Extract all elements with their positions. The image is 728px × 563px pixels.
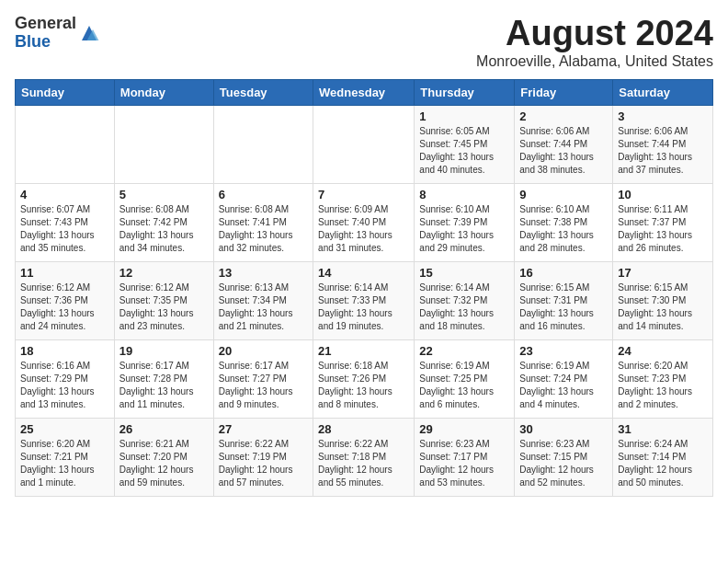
calendar-cell: 23Sunrise: 6:19 AM Sunset: 7:24 PM Dayli… xyxy=(515,339,613,418)
calendar-cell: 1Sunrise: 6:05 AM Sunset: 7:45 PM Daylig… xyxy=(415,105,515,183)
day-number: 18 xyxy=(20,344,109,358)
day-number: 16 xyxy=(519,266,608,280)
day-info: Sunrise: 6:22 AM Sunset: 7:19 PM Dayligh… xyxy=(219,438,308,489)
day-info: Sunrise: 6:11 AM Sunset: 7:37 PM Dayligh… xyxy=(618,203,708,255)
day-number: 15 xyxy=(419,266,509,280)
day-number: 17 xyxy=(618,266,708,280)
header-saturday: Saturday xyxy=(613,79,713,105)
day-info: Sunrise: 6:15 AM Sunset: 7:30 PM Dayligh… xyxy=(618,282,708,333)
day-number: 28 xyxy=(318,422,409,436)
month-year-title: August 2024 xyxy=(476,15,713,53)
calendar-cell: 24Sunrise: 6:20 AM Sunset: 7:23 PM Dayli… xyxy=(613,339,713,418)
day-number: 22 xyxy=(419,344,509,358)
header-wednesday: Wednesday xyxy=(313,79,415,105)
calendar-table: Sunday Monday Tuesday Wednesday Thursday… xyxy=(15,79,713,497)
header-sunday: Sunday xyxy=(16,79,115,105)
day-info: Sunrise: 6:08 AM Sunset: 7:42 PM Dayligh… xyxy=(119,203,209,255)
calendar-cell: 18Sunrise: 6:16 AM Sunset: 7:29 PM Dayli… xyxy=(16,339,115,418)
day-info: Sunrise: 6:20 AM Sunset: 7:21 PM Dayligh… xyxy=(20,438,109,489)
day-number: 1 xyxy=(419,109,509,123)
day-number: 2 xyxy=(519,109,608,123)
calendar-cell: 10Sunrise: 6:11 AM Sunset: 7:37 PM Dayli… xyxy=(613,183,713,261)
calendar-cell: 20Sunrise: 6:17 AM Sunset: 7:27 PM Dayli… xyxy=(213,339,313,418)
day-info: Sunrise: 6:17 AM Sunset: 7:28 PM Dayligh… xyxy=(119,360,209,411)
calendar-cell: 29Sunrise: 6:23 AM Sunset: 7:17 PM Dayli… xyxy=(415,418,515,496)
day-number: 3 xyxy=(618,109,708,123)
day-number: 14 xyxy=(318,266,409,280)
day-number: 11 xyxy=(20,266,109,280)
week-row-4: 18Sunrise: 6:16 AM Sunset: 7:29 PM Dayli… xyxy=(16,339,713,418)
day-info: Sunrise: 6:22 AM Sunset: 7:18 PM Dayligh… xyxy=(318,438,409,489)
week-row-5: 25Sunrise: 6:20 AM Sunset: 7:21 PM Dayli… xyxy=(16,418,713,496)
logo-line2: Blue xyxy=(15,33,76,52)
calendar-cell: 27Sunrise: 6:22 AM Sunset: 7:19 PM Dayli… xyxy=(213,418,313,496)
day-number: 9 xyxy=(519,188,608,201)
day-number: 23 xyxy=(519,344,608,358)
calendar-cell xyxy=(213,105,313,183)
day-info: Sunrise: 6:19 AM Sunset: 7:25 PM Dayligh… xyxy=(419,360,509,411)
logo-line1: General xyxy=(15,15,76,33)
day-number: 20 xyxy=(219,344,308,358)
calendar-cell: 12Sunrise: 6:12 AM Sunset: 7:35 PM Dayli… xyxy=(114,261,213,339)
day-info: Sunrise: 6:07 AM Sunset: 7:43 PM Dayligh… xyxy=(20,203,109,255)
week-row-3: 11Sunrise: 6:12 AM Sunset: 7:36 PM Dayli… xyxy=(16,261,713,339)
day-number: 30 xyxy=(519,422,608,436)
calendar-cell: 15Sunrise: 6:14 AM Sunset: 7:32 PM Dayli… xyxy=(415,261,515,339)
week-row-1: 1Sunrise: 6:05 AM Sunset: 7:45 PM Daylig… xyxy=(16,105,713,183)
calendar-cell xyxy=(16,105,115,183)
calendar-cell: 2Sunrise: 6:06 AM Sunset: 7:44 PM Daylig… xyxy=(515,105,613,183)
day-number: 8 xyxy=(419,188,509,201)
calendar-cell xyxy=(313,105,415,183)
day-info: Sunrise: 6:13 AM Sunset: 7:34 PM Dayligh… xyxy=(219,282,308,333)
day-info: Sunrise: 6:10 AM Sunset: 7:38 PM Dayligh… xyxy=(519,203,608,255)
day-info: Sunrise: 6:09 AM Sunset: 7:40 PM Dayligh… xyxy=(318,203,409,255)
location-subtitle: Monroeville, Alabama, United States xyxy=(476,53,713,70)
day-info: Sunrise: 6:18 AM Sunset: 7:26 PM Dayligh… xyxy=(318,360,409,411)
calendar-cell: 11Sunrise: 6:12 AM Sunset: 7:36 PM Dayli… xyxy=(16,261,115,339)
calendar-cell: 3Sunrise: 6:06 AM Sunset: 7:44 PM Daylig… xyxy=(613,105,713,183)
day-info: Sunrise: 6:10 AM Sunset: 7:39 PM Dayligh… xyxy=(419,203,509,255)
day-info: Sunrise: 6:12 AM Sunset: 7:36 PM Dayligh… xyxy=(20,282,109,333)
day-number: 10 xyxy=(618,188,708,201)
day-info: Sunrise: 6:06 AM Sunset: 7:44 PM Dayligh… xyxy=(618,125,708,177)
day-number: 6 xyxy=(219,188,308,201)
calendar-cell: 17Sunrise: 6:15 AM Sunset: 7:30 PM Dayli… xyxy=(613,261,713,339)
day-number: 5 xyxy=(119,188,209,201)
day-info: Sunrise: 6:14 AM Sunset: 7:32 PM Dayligh… xyxy=(419,282,509,333)
title-section: August 2024 Monroeville, Alabama, United… xyxy=(476,15,713,70)
calendar-cell: 6Sunrise: 6:08 AM Sunset: 7:41 PM Daylig… xyxy=(213,183,313,261)
day-info: Sunrise: 6:17 AM Sunset: 7:27 PM Dayligh… xyxy=(219,360,308,411)
calendar-cell: 22Sunrise: 6:19 AM Sunset: 7:25 PM Dayli… xyxy=(415,339,515,418)
calendar-cell: 16Sunrise: 6:15 AM Sunset: 7:31 PM Dayli… xyxy=(515,261,613,339)
calendar-cell: 13Sunrise: 6:13 AM Sunset: 7:34 PM Dayli… xyxy=(213,261,313,339)
day-number: 13 xyxy=(219,266,308,280)
day-number: 21 xyxy=(318,344,409,358)
day-number: 7 xyxy=(318,188,409,201)
day-info: Sunrise: 6:20 AM Sunset: 7:23 PM Dayligh… xyxy=(618,360,708,411)
calendar-cell: 14Sunrise: 6:14 AM Sunset: 7:33 PM Dayli… xyxy=(313,261,415,339)
calendar-cell: 21Sunrise: 6:18 AM Sunset: 7:26 PM Dayli… xyxy=(313,339,415,418)
day-info: Sunrise: 6:23 AM Sunset: 7:15 PM Dayligh… xyxy=(519,438,608,489)
day-info: Sunrise: 6:14 AM Sunset: 7:33 PM Dayligh… xyxy=(318,282,409,333)
header-thursday: Thursday xyxy=(415,79,515,105)
logo-icon xyxy=(78,22,100,44)
header-friday: Friday xyxy=(515,79,613,105)
calendar-cell: 5Sunrise: 6:08 AM Sunset: 7:42 PM Daylig… xyxy=(114,183,213,261)
day-info: Sunrise: 6:08 AM Sunset: 7:41 PM Dayligh… xyxy=(219,203,308,255)
calendar-cell: 31Sunrise: 6:24 AM Sunset: 7:14 PM Dayli… xyxy=(613,418,713,496)
calendar-cell: 28Sunrise: 6:22 AM Sunset: 7:18 PM Dayli… xyxy=(313,418,415,496)
day-info: Sunrise: 6:12 AM Sunset: 7:35 PM Dayligh… xyxy=(119,282,209,333)
day-info: Sunrise: 6:19 AM Sunset: 7:24 PM Dayligh… xyxy=(519,360,608,411)
day-number: 12 xyxy=(119,266,209,280)
calendar-cell: 26Sunrise: 6:21 AM Sunset: 7:20 PM Dayli… xyxy=(114,418,213,496)
day-info: Sunrise: 6:16 AM Sunset: 7:29 PM Dayligh… xyxy=(20,360,109,411)
day-number: 29 xyxy=(419,422,509,436)
day-info: Sunrise: 6:15 AM Sunset: 7:31 PM Dayligh… xyxy=(519,282,608,333)
day-info: Sunrise: 6:21 AM Sunset: 7:20 PM Dayligh… xyxy=(119,438,209,489)
day-number: 4 xyxy=(20,188,109,201)
week-row-2: 4Sunrise: 6:07 AM Sunset: 7:43 PM Daylig… xyxy=(16,183,713,261)
page-header: General Blue August 2024 Monroeville, Al… xyxy=(15,15,713,70)
calendar-cell: 9Sunrise: 6:10 AM Sunset: 7:38 PM Daylig… xyxy=(515,183,613,261)
day-number: 19 xyxy=(119,344,209,358)
day-number: 24 xyxy=(618,344,708,358)
